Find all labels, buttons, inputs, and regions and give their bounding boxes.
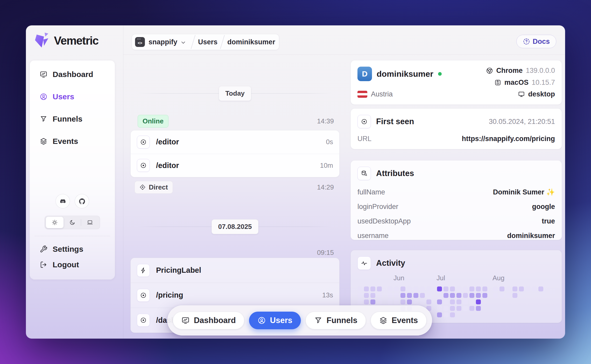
monitor-icon xyxy=(518,91,525,98)
date-pill: 07.08.2025 xyxy=(212,219,258,234)
os-info: macOS 10.15.7 xyxy=(494,79,555,87)
heatmap-month-label: Jun xyxy=(393,274,404,282)
laptop-icon xyxy=(87,219,93,226)
eye-icon xyxy=(140,139,147,145)
heatmap-row xyxy=(357,286,555,293)
funnel-icon xyxy=(40,115,47,123)
heatmap-cell xyxy=(364,299,369,304)
theme-option-dark[interactable] xyxy=(64,217,81,228)
heatmap-cell xyxy=(444,299,448,304)
session-last-time: 14:39 xyxy=(317,117,334,125)
floating-nav-funnels[interactable]: Funnels xyxy=(306,312,366,329)
discord-button[interactable] xyxy=(55,194,70,208)
attribute-key: usedDesktopApp xyxy=(357,217,411,225)
referrer-badge: Direct xyxy=(135,181,173,194)
attributes-list: fullNameDominik Sumer ✨loginProvidergoog… xyxy=(357,185,555,243)
heatmap-cell xyxy=(413,299,418,304)
github-button[interactable] xyxy=(75,194,89,208)
floating-nav-events[interactable]: Events xyxy=(371,312,427,329)
sidebar-item-label: Funnels xyxy=(53,115,82,123)
heatmap-cell xyxy=(512,286,517,291)
heatmap-cell xyxy=(364,286,369,291)
breadcrumb-separator xyxy=(191,35,195,49)
breadcrumb-project[interactable]: snappify xyxy=(149,38,177,46)
heatmap-cell xyxy=(400,286,405,291)
browser-version: 139.0.0.0 xyxy=(526,67,555,75)
attribute-value: google xyxy=(532,203,555,211)
heatmap-cell xyxy=(400,293,405,298)
session-source-row: Direct14:29 xyxy=(130,181,340,193)
user-identity: D dominiksumer Austria xyxy=(357,67,442,98)
first-seen-url: https://snappify.com/pricing xyxy=(462,135,555,143)
sidebar-bottom: Settings Logout xyxy=(36,194,109,272)
heatmap-cell xyxy=(394,299,399,304)
event-row[interactable]: /editor0s xyxy=(131,130,339,154)
os-name: macOS xyxy=(504,79,529,87)
event-icon-chip xyxy=(137,289,150,302)
sidebar-item-users[interactable]: Users xyxy=(36,89,109,104)
eye-icon xyxy=(140,162,147,169)
breadcrumb-current-user: dominiksumer xyxy=(227,38,275,46)
heatmap-cell xyxy=(482,293,487,298)
floating-nav-dashboard[interactable]: Dashboard xyxy=(173,312,244,329)
session-timeline: TodayOnline14:39/editor0s/editor10mDirec… xyxy=(130,54,340,339)
logout-icon xyxy=(40,261,47,269)
macos-icon xyxy=(494,79,501,86)
sidebar-item-logout[interactable]: Logout xyxy=(36,257,109,272)
theme-toggle[interactable] xyxy=(45,216,100,229)
sidebar-item-label: Events xyxy=(53,137,78,146)
activity-title: Activity xyxy=(376,258,405,268)
attribute-row: loginProvidergoogle xyxy=(357,199,555,214)
event-row[interactable]: /pricing13s xyxy=(131,283,339,307)
sidebar-item-funnels[interactable]: Funnels xyxy=(36,111,109,127)
heatmap-cell xyxy=(437,293,442,298)
event-row[interactable]: /editor10m xyxy=(131,154,339,177)
bolt-icon xyxy=(140,267,147,274)
user-summary-card: D dominiksumer Austria Chrome 139.0.0.0 xyxy=(350,60,562,105)
heatmap-cell xyxy=(394,293,399,298)
heatmap-cell xyxy=(456,286,461,291)
attribute-value: true xyxy=(542,217,555,225)
github-icon xyxy=(79,198,86,205)
desktop-background: Vemetric <> snappify Users dominiksumer … xyxy=(0,0,591,364)
heatmap-month-label: Aug xyxy=(492,274,504,282)
sidebar-item-label: Dashboard xyxy=(53,70,93,79)
floating-nav-users[interactable]: Users xyxy=(249,312,301,329)
sidebar-item-events[interactable]: Events xyxy=(36,134,109,149)
browser-name: Chrome xyxy=(496,67,523,75)
attribute-key: username xyxy=(357,232,389,240)
docs-button[interactable]: Docs xyxy=(516,35,556,48)
attribute-key: fullName xyxy=(357,188,385,196)
event-icon-chip xyxy=(137,314,150,327)
project-code-icon: <> xyxy=(135,37,145,47)
heatmap-cell xyxy=(499,293,504,298)
heatmap-cell xyxy=(357,299,362,304)
theme-option-system[interactable] xyxy=(81,217,99,228)
app-title: Vemetric xyxy=(54,34,98,47)
heatmap-cell xyxy=(426,293,431,298)
session-time-row: 09:15 xyxy=(130,248,340,257)
event-row[interactable]: PricingLabel xyxy=(131,258,339,283)
heatmap-cell xyxy=(463,306,468,311)
event-duration: 0s xyxy=(326,138,333,146)
sidebar-item-settings[interactable]: Settings xyxy=(36,241,109,257)
heatmap-cell xyxy=(444,286,448,291)
heatmap-cell xyxy=(463,286,468,291)
event-label: /pricing xyxy=(156,291,183,299)
event-icon-chip xyxy=(137,159,150,172)
browser-info: Chrome 139.0.0.0 xyxy=(486,67,555,75)
activity-pulse-icon xyxy=(357,256,371,270)
event-icon-chip xyxy=(137,136,150,149)
chevron-down-icon[interactable] xyxy=(180,39,187,46)
heatmap-months: JunJulAug xyxy=(357,274,555,283)
heatmap-cell xyxy=(377,293,382,298)
attribute-row: usernamedominiksumer xyxy=(357,228,555,243)
social-links xyxy=(36,194,109,208)
sidebar-item-dashboard[interactable]: Dashboard xyxy=(36,67,109,82)
heatmap-cell xyxy=(532,286,537,291)
heatmap-row xyxy=(357,299,555,306)
theme-option-light[interactable] xyxy=(46,217,64,228)
breadcrumb-section-users[interactable]: Users xyxy=(198,38,217,46)
discord-icon xyxy=(59,198,66,205)
heatmap-cell xyxy=(493,293,498,298)
